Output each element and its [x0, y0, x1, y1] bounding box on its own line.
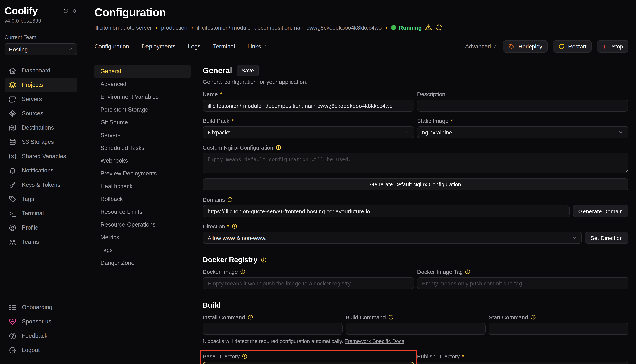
subnav-item-general[interactable]: General: [94, 65, 191, 78]
stop-button[interactable]: Stop: [597, 40, 628, 52]
sidebar-item-destinations[interactable]: Destinations: [5, 120, 77, 135]
domains-input[interactable]: [203, 205, 570, 217]
sidebar-item-notifications[interactable]: Notifications: [5, 164, 77, 178]
sidebar-item-label: Shared Variables: [22, 153, 66, 160]
subnav-item-healthcheck[interactable]: Healthcheck: [94, 180, 191, 193]
nginx-config-textarea[interactable]: [203, 153, 628, 173]
info-icon: [227, 197, 233, 202]
breadcrumb-project[interactable]: illicitonion quote server: [94, 24, 152, 30]
subnav-item-metrics[interactable]: Metrics: [94, 231, 191, 244]
subnav-item-preview-deployments[interactable]: Preview Deployments: [94, 167, 191, 180]
breadcrumb-separator-icon: ›: [385, 24, 387, 30]
sidebar-item-servers[interactable]: Servers: [5, 92, 77, 106]
subnav-item-git-source[interactable]: Git Source: [94, 116, 191, 129]
subnav-item-resource-operations[interactable]: Resource Operations: [94, 218, 191, 231]
subnav-item-tags[interactable]: Tags: [94, 244, 191, 256]
sidebar-item-terminal[interactable]: >_ Terminal: [5, 206, 77, 220]
sidebar-item-teams[interactable]: Teams: [5, 235, 77, 249]
publish-directory-input[interactable]: [417, 362, 628, 364]
sidebar-item-logout[interactable]: Logout: [5, 343, 77, 357]
save-button[interactable]: Save: [237, 65, 259, 76]
sun-icon[interactable]: [62, 8, 70, 15]
breadcrumb-environment[interactable]: production: [161, 24, 187, 30]
sidebar-item-projects[interactable]: Projects: [5, 78, 77, 92]
subnav-item-environment-variables[interactable]: Environment Variables: [94, 90, 191, 103]
direction-value: Allow www & non-www.: [207, 234, 267, 241]
subnav-item-rollback[interactable]: Rollback: [94, 193, 191, 206]
breadcrumb: illicitonion quote server › production ›…: [94, 24, 628, 31]
restart-button[interactable]: Restart: [553, 40, 592, 52]
theme-updown-icon[interactable]: [72, 9, 77, 14]
docker-image-input[interactable]: [203, 277, 414, 289]
key-icon: [8, 181, 17, 189]
description-label: Description: [417, 91, 445, 97]
static-image-select[interactable]: nginx:alpine: [417, 126, 628, 138]
tab-terminal[interactable]: Terminal: [213, 43, 235, 50]
name-input[interactable]: [203, 100, 414, 112]
docker-image-tag-input[interactable]: [417, 277, 628, 289]
docker-image-tag-label: Docker Image Tag: [417, 268, 463, 275]
terminal-icon: >_: [8, 209, 17, 218]
team-select-value: Hosting: [9, 46, 28, 52]
sidebar-item-profile[interactable]: Profile: [5, 220, 77, 235]
restart-icon: [558, 43, 565, 50]
breadcrumb-separator-icon: ›: [191, 24, 193, 30]
tag-icon: [8, 195, 17, 203]
base-directory-input[interactable]: [203, 362, 414, 364]
build-command-input[interactable]: [346, 323, 486, 335]
sidebar-item-label: Sources: [22, 110, 43, 117]
sidebar-item-label: Notifications: [22, 167, 54, 174]
team-select[interactable]: Hosting: [5, 43, 77, 55]
sidebar-item-dashboard[interactable]: Dashboard: [5, 64, 77, 78]
sidebar-item-label: Teams: [22, 238, 39, 245]
sidebar-item-sources[interactable]: Sources: [5, 106, 77, 120]
start-command-label: Start Command: [489, 314, 528, 320]
docker-image-label: Docker Image: [203, 268, 238, 275]
set-direction-button[interactable]: Set Direction: [585, 232, 628, 244]
sidebar-item-s3-storages[interactable]: S3 Storages: [5, 135, 77, 149]
subnav-item-danger-zone[interactable]: Danger Zone: [94, 256, 191, 269]
sidebar-item-label: Logout: [22, 347, 40, 354]
sidebar-item-keys-tokens[interactable]: Keys & Tokens: [5, 178, 77, 192]
build-command-label: Build Command: [346, 314, 386, 320]
subnav-item-advanced[interactable]: Advanced: [94, 78, 191, 90]
sidebar-item-shared-variables[interactable]: (x) Shared Variables: [5, 149, 77, 164]
domains-label: Domains: [203, 196, 225, 203]
status-badge[interactable]: Running: [399, 24, 422, 30]
description-input[interactable]: [417, 100, 628, 112]
install-command-input[interactable]: [203, 323, 343, 335]
base-directory-highlight: Base Directory: [203, 353, 414, 364]
subnav-item-scheduled-tasks[interactable]: Scheduled Tasks: [94, 142, 191, 154]
restart-label: Restart: [568, 43, 586, 50]
build-pack-select[interactable]: Nixpacks: [203, 126, 414, 138]
subnav-item-webhooks[interactable]: Webhooks: [94, 154, 191, 167]
sidebar-item-label: Profile: [22, 224, 38, 231]
nginx-config-label: Custom Nginx Configuration: [203, 144, 273, 151]
subnav-item-persistent-storage[interactable]: Persistent Storage: [94, 103, 191, 116]
tab-deployments[interactable]: Deployments: [141, 43, 175, 50]
subnav-item-resource-limits[interactable]: Resource Limits: [94, 206, 191, 218]
subnav-item-servers[interactable]: Servers: [94, 129, 191, 142]
tab-configuration[interactable]: Configuration: [94, 43, 129, 50]
tab-logs[interactable]: Logs: [188, 43, 200, 50]
tabs-bar: Configuration Deployments Logs Terminal …: [94, 40, 628, 58]
sidebar-item-sponsor[interactable]: Sponsor us: [5, 314, 77, 329]
start-command-input[interactable]: [489, 323, 628, 335]
framework-docs-link[interactable]: Framework Specific Docs: [344, 338, 404, 344]
breadcrumb-application[interactable]: illicitestonion/-module--decomposition:m…: [197, 24, 382, 30]
required-marker: *: [220, 91, 222, 97]
refresh-icon[interactable]: [435, 24, 443, 31]
direction-label: Direction: [203, 223, 225, 230]
sidebar-item-feedback[interactable]: Feedback: [5, 329, 77, 343]
breadcrumb-separator-icon: ›: [155, 24, 157, 30]
generate-nginx-button[interactable]: Generate Default Nginx Configuration: [203, 178, 628, 190]
info-icon: [530, 314, 536, 320]
advanced-dropdown[interactable]: Advanced: [465, 43, 498, 50]
direction-select[interactable]: Allow www & non-www.: [203, 232, 582, 244]
redeploy-button[interactable]: Redeploy: [503, 40, 548, 52]
user-icon: [8, 224, 17, 232]
sidebar-item-onboarding[interactable]: Onboarding: [5, 300, 77, 314]
generate-domain-button[interactable]: Generate Domain: [573, 205, 628, 217]
sidebar-item-tags[interactable]: Tags: [5, 192, 77, 206]
tab-links[interactable]: Links: [248, 43, 268, 50]
